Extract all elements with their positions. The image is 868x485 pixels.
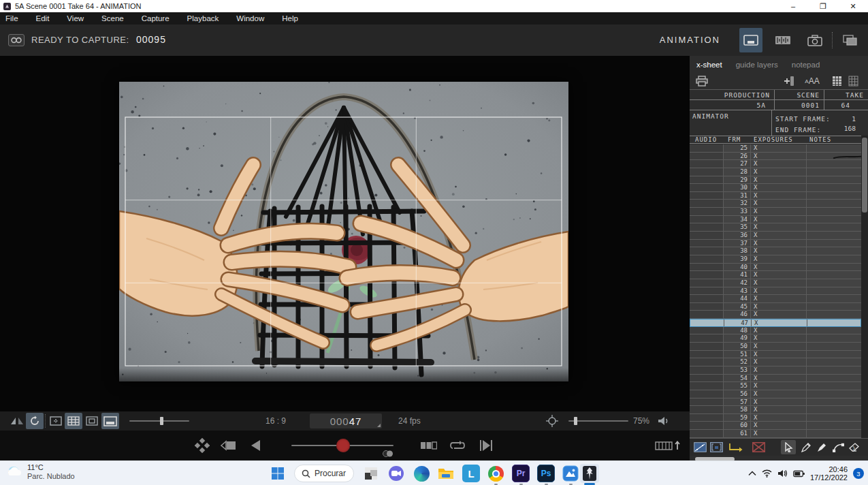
chat-icon[interactable] [387, 464, 406, 483]
edge-icon[interactable] [412, 464, 431, 483]
xsheet-row-36[interactable]: 36X [690, 232, 861, 240]
xsheet-row-30[interactable]: 30X [690, 184, 861, 192]
xsheet-row-58[interactable]: 58X [690, 406, 861, 414]
frame-counter[interactable]: 00047 [310, 413, 382, 428]
return-arrow-icon[interactable] [726, 440, 747, 454]
xsheet-row-51[interactable]: 51X [690, 351, 861, 359]
layered-windows-icon[interactable] [839, 28, 862, 52]
xsheet-row-60[interactable]: 60X [690, 422, 861, 430]
minimize-button[interactable]: – [778, 0, 808, 12]
mask-icon[interactable] [47, 413, 65, 429]
large-frame-icon[interactable] [101, 413, 119, 429]
add-column-icon[interactable] [779, 74, 796, 89]
menu-window[interactable]: Window [227, 12, 273, 25]
menu-view[interactable]: View [58, 12, 93, 25]
xsheet-row-28[interactable]: 28X [690, 168, 861, 176]
step-back-icon[interactable] [246, 436, 266, 455]
xsheet-row-55[interactable]: 55X [690, 382, 861, 390]
xsheet-scrollbar-thumb[interactable] [862, 138, 867, 213]
production-value[interactable]: 5A [690, 100, 774, 110]
cursor-icon[interactable] [781, 440, 796, 454]
audio-waveform-icon[interactable] [771, 28, 794, 52]
taskbar-weather[interactable]: 11°C Parc. Nublado [5, 463, 75, 481]
xsheet-row-40[interactable]: 40X [690, 264, 861, 272]
menu-help[interactable]: Help [273, 12, 307, 25]
curve-icon[interactable] [831, 440, 846, 454]
xsheet-row-27[interactable]: 27X [690, 160, 861, 168]
camera-moves-icon[interactable] [692, 440, 707, 454]
xsheet-row-39[interactable]: 39X [690, 255, 861, 264]
search-input[interactable]: Procurar [294, 465, 354, 482]
menu-file[interactable]: File [0, 12, 27, 25]
opacity-slider[interactable] [129, 420, 189, 422]
volume-slider[interactable] [568, 420, 628, 422]
pencil-icon[interactable] [799, 440, 814, 454]
marker-icon[interactable] [814, 440, 829, 454]
xsheet-row-35[interactable]: 35X [690, 223, 861, 232]
animator-label[interactable]: ANIMATOR [692, 112, 729, 120]
photos-icon[interactable] [561, 464, 580, 483]
xsheet-row-61[interactable]: 61X [690, 430, 861, 438]
opacity-slider-thumb[interactable] [160, 417, 163, 425]
chevron-up-icon[interactable] [748, 471, 756, 476]
restore-button[interactable]: ❐ [808, 0, 838, 12]
capture-diamonds-icon[interactable] [193, 436, 212, 455]
photoshop-icon[interactable]: Ps [536, 464, 556, 483]
xsheet-row-37[interactable]: 37X [690, 240, 861, 248]
print-icon[interactable] [694, 74, 710, 89]
volume-slider-thumb[interactable] [574, 417, 577, 425]
end-frame-value[interactable]: 168 [844, 125, 856, 132]
small-frame-icon[interactable] [83, 413, 101, 429]
xsheet-row-38[interactable]: 38X [690, 247, 861, 255]
frames-icon[interactable] [419, 436, 438, 455]
windows-start-icon[interactable] [268, 464, 287, 483]
xsheet-row-34[interactable]: 34X [690, 216, 861, 224]
xsheet-row-46[interactable]: 46X [690, 311, 861, 319]
start-frame-value[interactable]: 1 [852, 115, 856, 123]
speaker-icon[interactable] [655, 413, 673, 429]
camera-test-icon[interactable] [803, 28, 826, 52]
step-forward-icon[interactable] [477, 436, 496, 455]
speaker-icon[interactable] [777, 469, 788, 478]
xsheet-row-44[interactable]: 44X [690, 295, 861, 303]
menu-capture[interactable]: Capture [133, 12, 178, 25]
file-explorer-icon[interactable] [436, 464, 455, 483]
desktops-icon[interactable] [361, 464, 381, 483]
take-value[interactable]: 64 [824, 100, 868, 110]
premiere-pro-icon[interactable]: Pr [511, 464, 530, 483]
xsheet-row-57[interactable]: 57X [690, 398, 861, 407]
xsheet-row-26[interactable]: 26X [690, 153, 861, 161]
xsheet-row-56[interactable]: 56X [690, 390, 861, 398]
xsheet-row-54[interactable]: 54X [690, 375, 861, 383]
dragonframe-icon[interactable] [580, 464, 599, 483]
table-lines-icon[interactable] [845, 74, 861, 89]
menu-scene[interactable]: Scene [93, 12, 133, 25]
notification-badge[interactable]: 3 [853, 468, 864, 479]
grid-overlay-icon[interactable] [65, 413, 82, 429]
live-view-icon[interactable] [219, 436, 238, 455]
xsheet-row-33[interactable]: 33X [690, 208, 861, 216]
xsheet-row-31[interactable]: 31X [690, 192, 861, 200]
xsheet-row-50[interactable]: 50X [690, 343, 861, 351]
xsheet-row-41[interactable]: 41X [690, 271, 861, 279]
delete-x-icon[interactable] [751, 440, 766, 454]
xsheet-row-25[interactable]: 25X [690, 144, 861, 153]
tab-notepad[interactable]: notepad [785, 59, 827, 72]
timeline-knob[interactable] [336, 439, 350, 452]
close-button[interactable]: ✕ [838, 0, 868, 12]
wifi-icon[interactable] [762, 469, 772, 478]
xsheet-row-32[interactable]: 32X [690, 200, 861, 208]
stage-icon[interactable] [709, 440, 724, 454]
xsheet-row-48[interactable]: 48X [690, 327, 861, 335]
battery-icon[interactable] [793, 470, 805, 478]
flip-horizontal-icon[interactable] [8, 413, 26, 429]
xsheet-row-52[interactable]: 52X [690, 358, 861, 366]
tab-xsheet[interactable]: x-sheet [690, 59, 729, 72]
l-app-icon[interactable]: L [462, 464, 481, 483]
loop-icon[interactable] [448, 436, 467, 455]
loop-capture-icon[interactable] [8, 34, 25, 46]
export-filmstrip-icon[interactable] [654, 436, 684, 455]
xsheet-row-49[interactable]: 49X [690, 334, 861, 343]
animation-view-icon[interactable] [739, 28, 762, 52]
menu-edit[interactable]: Edit [27, 12, 59, 25]
